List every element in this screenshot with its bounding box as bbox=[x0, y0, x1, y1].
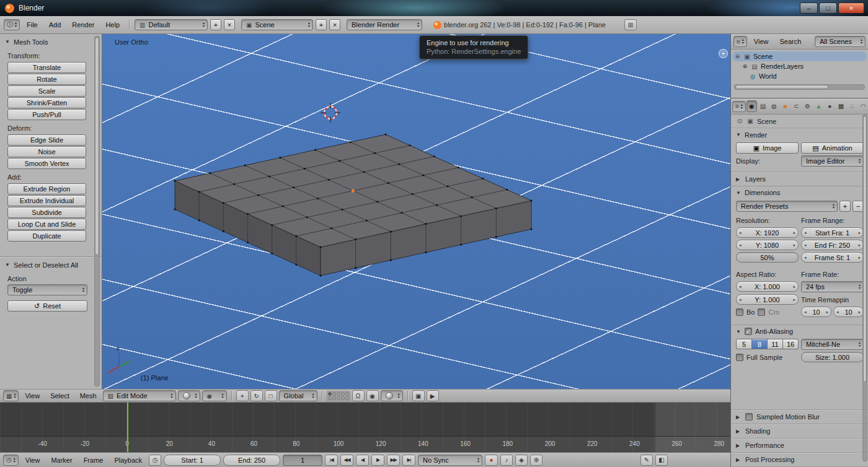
outliner-menu-search[interactable]: Search bbox=[776, 38, 806, 45]
add-preset-button[interactable]: + bbox=[839, 201, 851, 212]
full-sample-checkbox[interactable] bbox=[736, 354, 743, 361]
tool-shelf-scrollbar[interactable] bbox=[94, 36, 100, 386]
outliner-row-renderlayers[interactable]: ⊕ ▤ RenderLayers bbox=[740, 61, 867, 71]
aa-filter-select[interactable]: Mitchell-Ne▴▾ bbox=[801, 339, 864, 350]
frame-end-field[interactable]: ◂End Fr: 250▸ bbox=[801, 240, 864, 250]
delete-layout-button[interactable]: × bbox=[224, 19, 235, 30]
rotate-button[interactable]: Rotate bbox=[7, 74, 86, 85]
antialiasing-panel-header[interactable]: ▼ ✓ Anti-Aliasing bbox=[731, 325, 868, 338]
tab-texture[interactable]: ▩ bbox=[836, 100, 846, 112]
audio-sync-icon[interactable]: ♪ bbox=[500, 455, 513, 466]
render-panel-header[interactable]: ▼ Render bbox=[731, 128, 868, 141]
delete-keyframe-icon[interactable]: ◧ bbox=[655, 455, 668, 466]
preview-range-clock-icon[interactable]: ◷ bbox=[149, 455, 161, 466]
mesh-tools-panel-header[interactable]: ▼ Mesh Tools bbox=[0, 35, 102, 48]
layers-panel-header[interactable]: ▶ Layers bbox=[731, 172, 868, 186]
outliner-row-world[interactable]: ◍ World bbox=[747, 71, 867, 81]
expand-icon[interactable]: ⊕ bbox=[742, 63, 748, 69]
jump-to-end-button[interactable]: ▶| bbox=[402, 455, 415, 466]
window-duplicate-icon[interactable]: ⊞ bbox=[624, 19, 637, 30]
render-animation-button[interactable]: ▤ Animation bbox=[801, 142, 864, 154]
tab-physics[interactable]: ◠ bbox=[858, 100, 868, 112]
tab-modifiers[interactable]: ⚙ bbox=[802, 100, 813, 112]
sampled-motion-blur-panel-header[interactable]: ▶ Sampled Motion Blur bbox=[731, 409, 868, 424]
play-reverse-button[interactable]: ◀ bbox=[356, 455, 369, 466]
outliner-menu-view[interactable]: View bbox=[750, 38, 773, 45]
next-keyframe-button[interactable]: ▶▶ bbox=[387, 455, 400, 466]
render-presets-select[interactable]: Render Presets▴▾ bbox=[736, 201, 838, 212]
remap-new-field[interactable]: ◂10▸ bbox=[833, 307, 864, 317]
collapse-icon[interactable]: ⊖ bbox=[734, 53, 741, 59]
close-button[interactable]: × bbox=[838, 2, 864, 14]
view3d-menu-view[interactable]: View bbox=[20, 392, 44, 399]
snap-element-select[interactable]: ▴▾ bbox=[381, 390, 403, 401]
menu-help[interactable]: Help bbox=[101, 21, 124, 28]
record-button[interactable]: ● bbox=[485, 455, 498, 466]
current-frame-indicator[interactable] bbox=[127, 403, 128, 452]
timeline-menu-view[interactable]: View bbox=[21, 456, 45, 464]
editor-type-properties[interactable]: ≡▴▾ bbox=[732, 101, 746, 112]
frame-start-field[interactable]: Start: 1 bbox=[164, 455, 221, 466]
frame-end-field[interactable]: End: 250 bbox=[223, 455, 280, 466]
outliner-row-scene[interactable]: ⊖ ▣ Scene bbox=[732, 51, 867, 61]
maximize-button[interactable]: □ bbox=[819, 2, 837, 14]
delete-scene-button[interactable]: × bbox=[329, 19, 340, 30]
menu-file[interactable]: File bbox=[22, 21, 42, 28]
pivot-point-select[interactable]: ◉▴▾ bbox=[202, 390, 227, 401]
select-deselect-panel-header[interactable]: ▼ Select or Deselect All bbox=[0, 258, 102, 271]
tab-render[interactable]: ◉ bbox=[746, 100, 757, 112]
editor-type-timeline[interactable]: ◷▴▾ bbox=[3, 455, 19, 466]
add-scene-button[interactable]: + bbox=[316, 19, 327, 30]
opengl-render-anim-button[interactable]: ▶ bbox=[427, 390, 439, 401]
translate-button[interactable]: Translate bbox=[7, 62, 86, 73]
antialiasing-checkbox[interactable]: ✓ bbox=[745, 328, 752, 335]
view3d-menu-select[interactable]: Select bbox=[46, 392, 74, 399]
timeline-menu-marker[interactable]: Marker bbox=[46, 456, 76, 464]
aa-samples-16-button[interactable]: 16 bbox=[783, 339, 799, 349]
active-keying-set-icon[interactable]: ✎ bbox=[640, 455, 653, 466]
duplicate-button[interactable]: Duplicate bbox=[7, 230, 86, 242]
loop-cut-slide-button[interactable]: Loop Cut and Slide bbox=[7, 219, 86, 230]
action-select[interactable]: Toggle ▴▾ bbox=[7, 284, 87, 295]
fps-select[interactable]: 24 fps▴▾ bbox=[801, 281, 864, 292]
timeline-menu-frame[interactable]: Frame bbox=[79, 456, 108, 464]
region-expand-icon[interactable]: + bbox=[719, 49, 728, 58]
mode-select[interactable]: ▧ Edit Mode ▴▾ bbox=[103, 390, 176, 401]
reset-button[interactable]: ↺ Reset bbox=[7, 300, 87, 312]
shading-panel-header[interactable]: ▶ Shading bbox=[731, 424, 868, 438]
push-pull-button[interactable]: Push/Pull bbox=[7, 109, 86, 120]
add-layout-button[interactable]: + bbox=[210, 19, 221, 30]
aa-samples-8-button[interactable]: 8 bbox=[752, 339, 768, 349]
resolution-y-field[interactable]: ◂Y: 1080▸ bbox=[736, 240, 799, 250]
view3d-menu-mesh[interactable]: Mesh bbox=[76, 392, 101, 399]
proportional-edit-icon[interactable]: ◉ bbox=[366, 390, 379, 401]
properties-scrollbar[interactable] bbox=[862, 115, 867, 461]
aspect-y-field[interactable]: ◂Y: 1.000▸ bbox=[736, 294, 799, 305]
minimize-button[interactable]: – bbox=[800, 2, 818, 14]
frame-start-field[interactable]: ◂Start Fra: 1▸ bbox=[801, 227, 864, 238]
manipulator-translate-icon[interactable]: + bbox=[236, 390, 249, 401]
scrollbar-thumb[interactable] bbox=[863, 116, 867, 382]
crop-checkbox[interactable] bbox=[758, 308, 765, 316]
render-engine-select[interactable]: Blender Render ▴▾ bbox=[347, 19, 422, 30]
smooth-vertex-button[interactable]: Smooth Vertex bbox=[7, 158, 86, 169]
scale-button[interactable]: Scale bbox=[7, 85, 86, 97]
resolution-percentage-slider[interactable]: 50% bbox=[736, 252, 799, 263]
remap-old-field[interactable]: ◂10▸ bbox=[801, 307, 831, 317]
aspect-x-field[interactable]: ◂X: 1.000▸ bbox=[736, 281, 799, 292]
editor-type-info[interactable]: ⓘ▴▾ bbox=[4, 19, 20, 30]
aa-size-slider[interactable]: Size: 1.000 bbox=[801, 352, 864, 362]
opengl-render-button[interactable]: ▣ bbox=[412, 390, 425, 401]
scrollbar-thumb[interactable] bbox=[735, 85, 828, 89]
subdivide-button[interactable]: Subdivide bbox=[7, 207, 86, 218]
manipulator-rotate-icon[interactable]: ↻ bbox=[250, 390, 263, 401]
shrink-fatten-button[interactable]: Shrink/Fatten bbox=[7, 97, 86, 108]
menu-add[interactable]: Add bbox=[45, 21, 66, 28]
extrude-individual-button[interactable]: Extrude Individual bbox=[7, 195, 86, 206]
outliner-filter-select[interactable]: All Scenes ▴▾ bbox=[815, 36, 866, 47]
motion-blur-checkbox[interactable] bbox=[745, 413, 753, 421]
scrollbar-thumb[interactable] bbox=[95, 37, 99, 255]
screen-layout-select[interactable]: ▥ Default ▴▾ bbox=[135, 19, 208, 30]
edge-slide-button[interactable]: Edge Slide bbox=[7, 134, 86, 146]
tab-constraints[interactable]: ⊂ bbox=[791, 100, 802, 112]
